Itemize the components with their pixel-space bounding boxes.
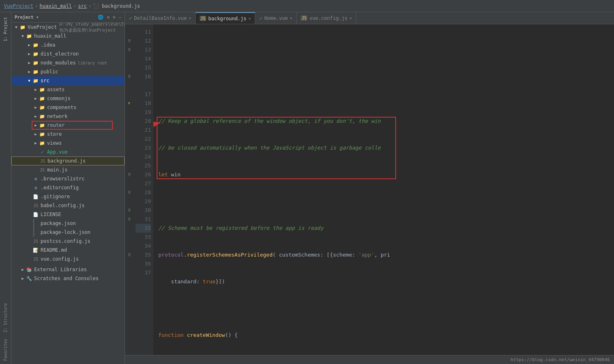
tree-item-src[interactable]: ▼ 📁 src bbox=[11, 76, 125, 85]
tree-item-gitignore[interactable]: ▶ 📄 .gitignore bbox=[11, 192, 125, 201]
tree-item-editorconfig[interactable]: ▶ ⚙ .editorconfig bbox=[11, 183, 125, 192]
tree-label: node_modules bbox=[41, 60, 76, 66]
tab-home-vue[interactable]: ✓ Home.vue ✕ bbox=[255, 12, 297, 24]
tab-background-js[interactable]: JS background.js ✕ bbox=[196, 12, 255, 24]
breadcrumb: VueProject › huaxin_mall › src › ⬛ backg… bbox=[4, 3, 140, 9]
vue-tab-icon: ✓ bbox=[259, 15, 262, 21]
tab-detailbaseinfo[interactable]: ✓ DetailBaseInfo.vue ✕ bbox=[125, 12, 196, 24]
minimize-icon[interactable]: — bbox=[118, 15, 121, 20]
tab-label: DetailBaseInfo.vue bbox=[134, 15, 187, 21]
tree-item-vue-config[interactable]: ▶ JS vue.config.js bbox=[11, 255, 125, 263]
left-tabs-panel: 1: Project Z: Structure Favorites bbox=[0, 12, 11, 364]
tree-label: README.md bbox=[41, 247, 67, 253]
tab-label: background.js bbox=[208, 16, 246, 21]
js-icon: JS bbox=[39, 167, 45, 173]
folder-icon: 📁 bbox=[19, 24, 26, 30]
tree-item-main-js[interactable]: ▶ JS main.js bbox=[11, 165, 125, 174]
breadcrumb-file: ⬛ background.js bbox=[93, 3, 140, 9]
tab-structure[interactable]: Z: Structure bbox=[2, 300, 9, 336]
tree-label: main.js bbox=[47, 167, 68, 173]
config-icon: ⚙ bbox=[32, 184, 39, 191]
file-tree: ▼ 📁 VueProject D:\My_study_papers\Vue\打包… bbox=[11, 23, 125, 364]
tree-item-idea[interactable]: ▶ 📁 .idea bbox=[11, 41, 125, 49]
tree-item-postcss-config[interactable]: ▶ JS postcss.config.js bbox=[11, 237, 125, 246]
vue-tab-icon: ✓ bbox=[129, 15, 132, 21]
folder-icon: 📁 bbox=[32, 51, 39, 57]
line-numbers: 11 12 13 14 15 16 17 18 19 20 21 22 23 2… bbox=[133, 24, 153, 355]
tab-bar: ✓ DetailBaseInfo.vue ✕ JS background.js … bbox=[125, 12, 614, 24]
tab-favorites[interactable]: Favorites bbox=[2, 336, 9, 364]
tree-label: commonjs bbox=[47, 96, 71, 101]
tree-item-scratches[interactable]: ▶ 🔧 Scratches and Consoles bbox=[11, 274, 125, 283]
tree-item-package-lock[interactable]: ▶ { } package-lock.json bbox=[11, 228, 125, 237]
tree-label: assets bbox=[47, 87, 65, 92]
gear-icon[interactable]: ⚙ bbox=[113, 15, 116, 20]
breadcrumb-folder[interactable]: huaxin_mall bbox=[39, 3, 71, 9]
folder-icon: 📁 bbox=[39, 95, 45, 102]
tree-label: components bbox=[47, 105, 76, 110]
tab-close-btn[interactable]: ✕ bbox=[290, 16, 292, 20]
tree-item-views[interactable]: ▶ 📁 views bbox=[11, 139, 125, 148]
tree-item-commonjs[interactable]: ▶ 📁 commonjs bbox=[11, 94, 125, 103]
editor-area: ✓ DetailBaseInfo.vue ✕ JS background.js … bbox=[125, 12, 614, 364]
folder-icon: 📁 bbox=[39, 113, 45, 120]
js-tab-icon: JS bbox=[200, 16, 206, 21]
tree-label: External Libraries bbox=[34, 267, 87, 272]
tree-label: App.vue bbox=[47, 149, 68, 155]
tree-item-babel-config[interactable]: ▶ JS babel.config.js bbox=[11, 201, 125, 210]
folder-icon: 📁 bbox=[39, 131, 45, 137]
json-icon: { } bbox=[32, 220, 39, 227]
tree-label: views bbox=[47, 140, 62, 146]
tree-item-readme[interactable]: ▶ 📝 README.md bbox=[11, 246, 125, 255]
tree-label: .idea bbox=[41, 42, 55, 48]
tree-item-package-json[interactable]: ▶ { } package.json bbox=[11, 219, 125, 228]
code-editor[interactable]: ⚲ ⚲ ⚲ ▼ ⚲ ⚲ ⚲ ⚲ bbox=[125, 24, 614, 355]
tree-item-license[interactable]: ▶ 📄 LICENSE bbox=[11, 210, 125, 219]
tree-item-vueproject[interactable]: ▼ 📁 VueProject D:\My_study_papers\Vue\打包… bbox=[11, 23, 125, 32]
tab-close-btn[interactable]: ✕ bbox=[349, 16, 352, 20]
tree-item-components[interactable]: ▶ 📁 components bbox=[11, 103, 125, 112]
tree-item-public[interactable]: ▶ 📁 public bbox=[11, 67, 125, 76]
code-line-18: function createWindow() { bbox=[158, 331, 614, 340]
config-icon: ⚙ bbox=[32, 176, 39, 182]
js-icon: JS bbox=[39, 158, 46, 164]
library-root-badge: library root bbox=[78, 61, 107, 65]
tree-item-dist-electron[interactable]: ▶ 📁 dist_electron bbox=[11, 49, 125, 58]
tab-close-btn[interactable]: ✕ bbox=[248, 16, 251, 21]
tree-label: huaxin_mall bbox=[34, 33, 66, 39]
js-tab-icon: JS bbox=[301, 15, 307, 21]
folder-icon: 📁 bbox=[32, 77, 39, 84]
folder-icon: 📁 bbox=[32, 42, 39, 48]
tree-label: VueProject bbox=[28, 24, 57, 30]
tree-label: postcss.config.js bbox=[41, 238, 90, 244]
tree-item-browserslistrc[interactable]: ▶ ⚙ .browserslistrc bbox=[11, 174, 125, 183]
main-layout: 1: Project Z: Structure Favorites Projec… bbox=[0, 12, 614, 364]
tab-label: vue.config.js bbox=[309, 15, 347, 21]
tree-label: store bbox=[47, 131, 62, 137]
tab-project[interactable]: 1: Project bbox=[2, 14, 9, 45]
tree-item-external-libraries[interactable]: ▶ 📚 External Libraries bbox=[11, 265, 125, 274]
tab-close-btn[interactable]: ✕ bbox=[189, 16, 191, 20]
tree-item-router[interactable]: ▶ 📁 router bbox=[11, 121, 125, 130]
tree-item-assets[interactable]: ▶ 📁 assets bbox=[11, 85, 125, 94]
breadcrumb-src[interactable]: src bbox=[78, 3, 87, 9]
breadcrumb-project[interactable]: VueProject bbox=[4, 3, 33, 9]
vue-icon: ✓ bbox=[39, 149, 45, 155]
tree-item-app-vue[interactable]: ▶ ✓ App.vue bbox=[11, 148, 125, 156]
tree-item-network[interactable]: ▶ 📁 network bbox=[11, 112, 125, 121]
sidebar-header: Project ▾ 🌐 ⚙ ⚙ — bbox=[11, 12, 125, 23]
tree-item-node-modules[interactable]: ▶ 📁 node_modules library root bbox=[11, 58, 125, 67]
tree-label: vue.config.js bbox=[41, 256, 79, 262]
project-path: D:\My_study_papers\Vue\打包为桌面应用\VueProjec… bbox=[59, 23, 125, 33]
tree-item-background-js[interactable]: ▶ JS background.js bbox=[11, 156, 125, 165]
globe-icon[interactable]: 🌐 bbox=[98, 15, 103, 20]
tree-label: package.json bbox=[41, 221, 76, 226]
tree-item-store[interactable]: ▶ 📁 store bbox=[11, 130, 125, 139]
tab-label: Home.vue bbox=[265, 15, 288, 21]
tab-vue-config[interactable]: JS vue.config.js ✕ bbox=[297, 12, 356, 24]
gutter: ⚲ ⚲ ⚲ ▼ ⚲ ⚲ ⚲ ⚲ bbox=[125, 24, 133, 355]
code-content[interactable]: // Keep a global reference of the window… bbox=[153, 24, 614, 355]
code-line-14 bbox=[158, 197, 614, 206]
code-line-15: // Scheme must be registered before the … bbox=[158, 224, 614, 233]
settings-icon[interactable]: ⚙ bbox=[107, 15, 110, 20]
